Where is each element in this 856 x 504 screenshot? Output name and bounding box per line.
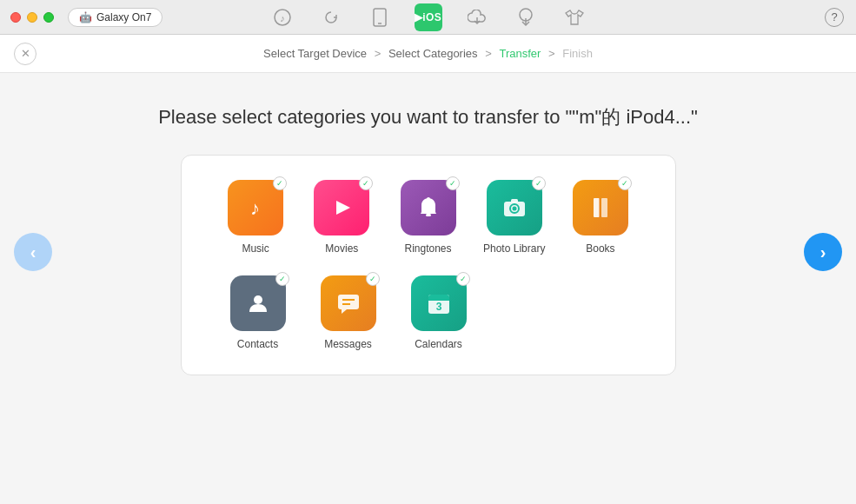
svg-marker-20 (342, 309, 347, 314)
music-nav-icon[interactable]: ♪ (269, 3, 296, 31)
category-row-1: ♪ ✓ Music (213, 180, 644, 255)
main-content: Please select categories you want to tra… (0, 73, 856, 375)
separator-3: > (548, 47, 558, 60)
movies-icon-wrap: ✓ (314, 180, 369, 235)
category-item-calendars[interactable]: 3 ✓ Calendars (394, 275, 484, 350)
category-card: ♪ ✓ Music (181, 155, 676, 375)
music-icon-wrap: ♪ ✓ (228, 180, 283, 235)
messages-check-badge: ✓ (366, 272, 380, 286)
calendars-icon-wrap: 3 ✓ (411, 275, 467, 331)
category-item-contacts[interactable]: ✓ Contacts (213, 275, 303, 350)
category-row-2: ✓ Contacts (213, 275, 644, 350)
category-item-music[interactable]: ♪ ✓ Music (213, 180, 299, 255)
next-button[interactable]: › (804, 233, 842, 271)
step-finish: Finish (562, 47, 593, 60)
svg-text:♪: ♪ (250, 197, 260, 219)
category-item-photo-library[interactable]: ✓ Photo Library (471, 180, 557, 255)
step-transfer: Transfer (499, 47, 541, 60)
category-item-movies[interactable]: ✓ Movies (299, 180, 385, 255)
separator-2: > (485, 47, 494, 60)
contacts-label: Contacts (237, 338, 278, 350)
category-item-messages[interactable]: ✓ Messages (303, 275, 394, 350)
phone-nav-icon[interactable] (366, 3, 394, 31)
music-check-badge: ✓ (273, 176, 287, 190)
books-icon-wrap: ✓ (573, 180, 628, 235)
fullscreen-traffic-light[interactable] (43, 12, 54, 23)
svg-rect-15 (594, 198, 600, 217)
tshirt-nav-icon[interactable] (561, 3, 588, 31)
contacts-icon-wrap: ✓ (230, 275, 286, 331)
close-button[interactable]: ✕ (14, 43, 36, 65)
step-select-target: Select Target Device (263, 47, 367, 60)
photo-library-check-badge: ✓ (532, 176, 546, 190)
ringtones-icon-wrap: ✓ (401, 180, 456, 235)
minimize-traffic-light[interactable] (27, 12, 37, 23)
svg-text:3: 3 (435, 301, 441, 313)
svg-rect-16 (601, 198, 607, 217)
ringtones-check-badge: ✓ (446, 176, 460, 190)
calendars-check-badge: ✓ (456, 272, 470, 286)
messages-icon-wrap: ✓ (321, 275, 376, 331)
toolbar: ♪ ▶iOS (269, 3, 588, 31)
svg-point-10 (427, 197, 430, 201)
calendars-label: Calendars (415, 338, 462, 350)
download-nav-icon[interactable] (512, 3, 540, 31)
music-label: Music (242, 242, 269, 255)
step-select-categories: Select Categories (388, 47, 478, 60)
category-item-books[interactable]: ✓ Books (557, 180, 643, 255)
svg-point-13 (512, 207, 516, 211)
movies-label: Movies (325, 242, 358, 255)
photo-library-icon-wrap: ✓ (487, 180, 542, 235)
device-selector[interactable]: 🤖 Galaxy On7 (68, 8, 163, 27)
photo-library-label: Photo Library (483, 242, 545, 255)
separator-1: > (375, 47, 384, 60)
ios-nav-icon[interactable]: ▶iOS (415, 3, 442, 31)
movies-check-badge: ✓ (359, 176, 373, 190)
close-traffic-light[interactable] (10, 12, 21, 23)
books-check-badge: ✓ (618, 176, 632, 190)
help-button[interactable]: ? (825, 8, 844, 27)
page-title: Please select categories you want to tra… (158, 104, 698, 130)
android-icon: 🤖 (79, 11, 92, 23)
traffic-lights (10, 12, 54, 23)
titlebar: 🤖 Galaxy On7 ♪ ▶iOS (0, 0, 856, 35)
breadcrumb: Select Target Device > Select Categories… (263, 47, 593, 60)
messages-label: Messages (324, 338, 372, 350)
svg-text:♪: ♪ (280, 12, 285, 23)
svg-rect-14 (511, 199, 518, 202)
svg-rect-19 (338, 295, 359, 309)
svg-marker-8 (336, 201, 350, 215)
prev-button[interactable]: ‹ (14, 233, 52, 271)
books-label: Books (586, 242, 614, 255)
breadcrumb-bar: ✕ Select Target Device > Select Categori… (0, 35, 856, 73)
device-name: Galaxy On7 (96, 11, 151, 23)
category-item-ringtones[interactable]: ✓ Ringtones (385, 180, 471, 255)
ringtones-label: Ringtones (404, 242, 451, 255)
svg-point-18 (254, 295, 262, 304)
cloud-nav-icon[interactable] (463, 3, 491, 31)
svg-rect-9 (426, 214, 431, 216)
contacts-check-badge: ✓ (275, 272, 289, 286)
history-nav-icon[interactable] (317, 3, 345, 31)
